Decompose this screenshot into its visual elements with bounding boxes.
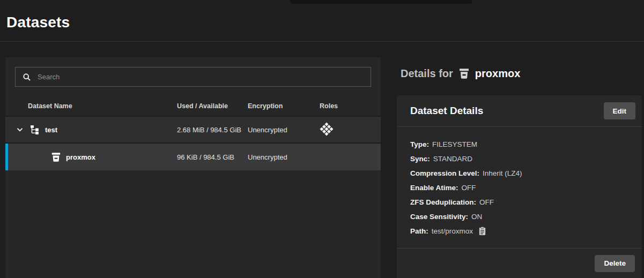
dataset-name-cell: test xyxy=(5,125,172,134)
dataset-name: proxmox xyxy=(66,153,95,161)
details-heading-dataset-name: proxmox xyxy=(475,67,520,80)
field-path: Path: test/proxmox xyxy=(410,224,628,238)
encryption-value: Unencrypted xyxy=(242,153,314,161)
dataset-name-cell: proxmox xyxy=(5,152,172,162)
search-icon xyxy=(23,73,31,81)
field-enable-atime: Enable Atime: OFF xyxy=(410,181,628,195)
search-input[interactable] xyxy=(38,73,364,81)
dataset-tree-icon xyxy=(29,125,40,134)
field-value: STANDARD xyxy=(433,152,472,166)
field-value: OFF xyxy=(479,195,494,209)
field-value: OFF xyxy=(462,181,476,195)
title-divider xyxy=(0,41,644,42)
apps-diamond-icon xyxy=(320,122,334,136)
top-toolbar-edge xyxy=(291,0,472,4)
field-label: Sync: xyxy=(410,152,430,166)
field-sync: Sync: STANDARD xyxy=(410,152,628,166)
column-header-encryption[interactable]: Encryption xyxy=(242,102,314,110)
field-label: Type: xyxy=(410,137,429,152)
encryption-value: Unencrypted xyxy=(242,126,314,134)
details-heading: Details for proxmox xyxy=(401,67,520,80)
table-row-proxmox[interactable]: proxmox 96 KiB / 984.5 GiB Unencrypted xyxy=(5,144,381,170)
card-header: Dataset Details Edit xyxy=(397,95,642,127)
column-header-used-available[interactable]: Used / Available xyxy=(172,102,242,110)
dataset-details-card: Dataset Details Edit Type: FILESYSTEM Sy… xyxy=(397,95,642,278)
clipboard-copy-icon[interactable] xyxy=(478,227,486,236)
dataset-table-panel: Dataset Name Used / Available Encryption… xyxy=(5,57,381,278)
field-compression-level: Compression Level: Inherit (LZ4) xyxy=(410,166,628,181)
card-title: Dataset Details xyxy=(410,105,483,117)
field-type: Type: FILESYSTEM xyxy=(410,137,628,152)
column-header-roles[interactable]: Roles xyxy=(314,102,381,110)
field-zfs-deduplication: ZFS Deduplication: OFF xyxy=(410,195,628,209)
dataset-bucket-icon xyxy=(51,152,61,162)
column-header-dataset-name[interactable]: Dataset Name xyxy=(5,102,172,110)
search-area xyxy=(5,57,381,96)
field-value: test/proxmox xyxy=(432,224,473,238)
field-label: Enable Atime: xyxy=(410,181,458,195)
card-body: Type: FILESYSTEM Sync: STANDARD Compress… xyxy=(397,127,642,249)
table-row-test[interactable]: test 2.68 MiB / 984.5 GiB Unencrypted xyxy=(5,117,381,144)
field-label: Path: xyxy=(410,224,428,238)
field-label: Case Sensitivity: xyxy=(410,209,468,224)
field-label: Compression Level: xyxy=(410,166,479,181)
used-available-value: 2.68 MiB / 984.5 GiB xyxy=(172,126,242,134)
datasets-page: Datasets Dataset Name Used / Available E… xyxy=(0,0,644,278)
used-available-value: 96 KiB / 984.5 GiB xyxy=(172,153,242,161)
delete-button[interactable]: Delete xyxy=(595,255,635,272)
page-title: Datasets xyxy=(6,14,70,31)
dataset-bucket-icon xyxy=(458,68,470,79)
search-box[interactable] xyxy=(15,67,371,87)
details-heading-prefix: Details for xyxy=(401,67,453,80)
field-value: Inherit (LZ4) xyxy=(483,166,522,181)
field-value: FILESYSTEM xyxy=(432,137,477,152)
dataset-name: test xyxy=(45,126,57,134)
roles-cell xyxy=(314,122,381,138)
chevron-down-icon[interactable] xyxy=(15,125,25,134)
table-header-row: Dataset Name Used / Available Encryption… xyxy=(5,96,381,117)
edit-button[interactable]: Edit xyxy=(604,102,636,119)
card-footer: Delete xyxy=(397,248,642,278)
field-value: ON xyxy=(471,209,482,224)
field-case-sensitivity: Case Sensitivity: ON xyxy=(410,209,628,224)
field-label: ZFS Deduplication: xyxy=(410,195,476,209)
